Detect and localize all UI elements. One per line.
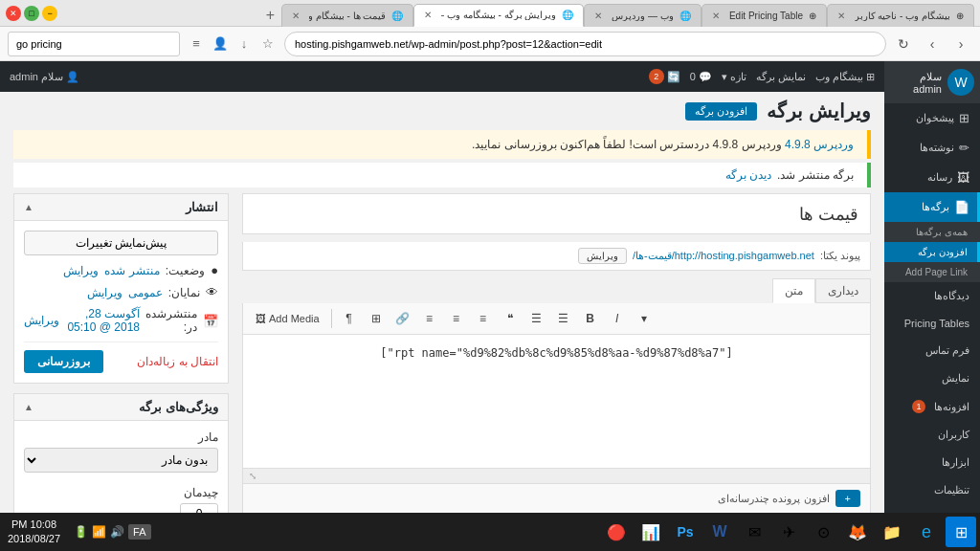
italic-icon: I (615, 312, 618, 325)
tab-1[interactable]: ⊕ بیشگام وب - ناحیه کاربری ✕ (827, 4, 974, 27)
tab-2-close[interactable]: ✕ (712, 11, 720, 21)
parent-select[interactable]: بدون مادر (24, 448, 218, 473)
table-btn[interactable]: ⊞ (364, 307, 389, 330)
menu-icon[interactable]: ≡ (186, 33, 207, 55)
align-right-btn[interactable]: ≡ (471, 307, 496, 330)
taskbar-ie[interactable]: e (911, 517, 942, 547)
mail-icon: ✉ (748, 523, 761, 541)
italic-btn[interactable]: I (605, 307, 630, 330)
sidebar-item-media[interactable]: 🖼 رسانه (884, 163, 980, 192)
sidebar-item-users[interactable]: کاربران (884, 421, 980, 449)
taskbar-app2[interactable]: 🔴 (601, 517, 632, 547)
add-media-btn[interactable]: 🖼 Add Media (249, 307, 326, 330)
tab-5[interactable]: 🌐 قیمت ها - بیشگام وب ✕ (281, 4, 413, 27)
minimize-btn[interactable]: − (42, 6, 57, 21)
tab-4-close[interactable]: ✕ (424, 10, 432, 20)
tab-3-close[interactable]: ✕ (594, 11, 602, 21)
view-page-link[interactable]: دیدن برگه (725, 168, 771, 182)
visibility-value[interactable]: عمومی (128, 286, 163, 299)
sidebar-item-appearance[interactable]: نمایش (884, 364, 980, 392)
editor-resize-handle[interactable]: ⤡ (242, 469, 871, 484)
download-icon[interactable]: ↓ (234, 33, 255, 55)
topbar-wp-logo[interactable]: ⊞ بیشگام وب (815, 71, 875, 83)
more-btn[interactable]: ▾ (632, 307, 657, 330)
add-new-button[interactable]: افزودن برگه (685, 102, 757, 121)
permalink-edit-btn[interactable]: ویرایش (578, 248, 627, 264)
sidebar-item-dashboard[interactable]: ⊞ پیشخوان (884, 103, 980, 133)
ol-icon: ☰ (558, 312, 568, 325)
status-edit-btn[interactable]: ویرایش (63, 264, 99, 277)
close-btn[interactable]: ✕ (6, 6, 21, 21)
blockquote-btn[interactable]: ❝ (498, 307, 523, 330)
user-icon[interactable]: 👤 (210, 33, 231, 55)
tab-visual[interactable]: دیداری (815, 278, 871, 303)
tab-text[interactable]: متن (772, 278, 815, 303)
sidebar-item-pages[interactable]: 📄 برگه‌ها (884, 192, 980, 222)
bold-btn[interactable]: B (578, 307, 603, 330)
notice-link[interactable]: وردپرس 4.9.8 (785, 138, 854, 151)
align-center-btn[interactable]: ≡ (444, 307, 469, 330)
bookmark-icon[interactable]: ☆ (257, 33, 278, 55)
topbar-comments[interactable]: 💬 0 (690, 71, 712, 83)
date-value[interactable]: آگوست 28, 2018 @ 05:10 (65, 307, 140, 334)
sidebar-item-bws[interactable]: BWS Plugins (884, 504, 980, 513)
start-btn[interactable]: ⊞ (946, 517, 976, 547)
tab-4[interactable]: 🌐 ویرایش برگه - بیشگامه وب — وردپرس ✕ (413, 4, 584, 27)
sidebar-item-tools[interactable]: ابزارها (884, 449, 980, 476)
permalink-url[interactable]: http://hosting.pishgamweb.net/قیمت-ها/ (633, 250, 814, 262)
refresh-btn[interactable]: ↻ (892, 33, 915, 55)
sidebar-item-all-pages[interactable]: همه‌ی برگه‌ها (884, 222, 980, 242)
taskbar-telegram[interactable]: ✈ (773, 517, 804, 547)
taskbar-chrome[interactable]: ⊙ (808, 517, 838, 547)
taskbar-firefox[interactable]: 🦊 (842, 517, 873, 547)
topbar-updates[interactable]: 🔄 2 (649, 69, 680, 84)
forward-btn[interactable]: › (921, 33, 944, 55)
sidebar-item-comments[interactable]: دیدگاه‌ها (884, 282, 980, 310)
link-btn[interactable]: 🔗 (390, 307, 415, 330)
align-left-btn[interactable]: ≡ (417, 307, 442, 330)
maximize-btn[interactable]: □ (24, 6, 39, 21)
editor-content[interactable]: ["rpt name="%d9%82%db%8c%d9%85%d8%aa-%d9… (242, 335, 871, 469)
taskbar-word[interactable]: W (704, 517, 735, 547)
sidebar-item-add-link[interactable]: Add Page Link (884, 262, 980, 282)
page-attributes-header[interactable]: ویژگی‌های برگه ▲ (14, 394, 228, 421)
tab-1-close[interactable]: ✕ (837, 11, 845, 21)
resize-icon[interactable]: ⤡ (249, 471, 256, 481)
sidebar-item-posts[interactable]: ✏ نوشته‌ها (884, 133, 980, 163)
tab-2[interactable]: ⊕ Edit Pricing Table ✕ (702, 4, 827, 27)
status-edit-link[interactable]: منتشر شده (104, 264, 159, 277)
ul-btn[interactable]: ☰ (524, 307, 549, 330)
sidebar-item-pricing[interactable]: Pricing Tables (884, 310, 980, 337)
sidebar-item-add-page[interactable]: افزودن برگه (884, 242, 980, 262)
url-input[interactable] (284, 32, 886, 56)
sidebar-item-settings[interactable]: تنظیمات (884, 476, 980, 504)
update-btn[interactable]: بروزرسانی (24, 350, 103, 373)
addon-button[interactable]: + (835, 490, 860, 507)
telegram-icon: ✈ (783, 523, 795, 541)
app1-icon: 📊 (641, 523, 660, 541)
new-tab-btn[interactable]: + (258, 4, 281, 27)
lang-btn[interactable]: FA (128, 524, 150, 540)
topbar-new[interactable]: تازه ▾ (722, 71, 746, 83)
topbar-admin[interactable]: 👤 سلام admin (10, 71, 79, 83)
sidebar-item-contact[interactable]: فرم تماس (884, 337, 980, 364)
taskbar-photoshop[interactable]: Ps (670, 517, 701, 547)
publish-box-header[interactable]: انتشار ▲ (14, 194, 228, 221)
order-input[interactable] (180, 503, 218, 513)
back-btn[interactable]: ‹ (949, 33, 972, 55)
taskbar-mail[interactable]: ✉ (739, 517, 769, 547)
taskbar-folder[interactable]: 📁 (877, 517, 907, 547)
preview-btn[interactable]: پیش‌نمایش تغییرات (24, 231, 218, 255)
tab-3[interactable]: 🌐 وب — وردپرس ✕ (584, 4, 702, 27)
sidebar-item-plugins[interactable]: افزونه‌ها 1 (884, 392, 980, 421)
ol-btn[interactable]: ☰ (551, 307, 576, 330)
taskbar-app1[interactable]: 📊 (635, 517, 666, 547)
post-title-input[interactable] (243, 194, 870, 233)
date-edit-link[interactable]: ویرایش (24, 314, 59, 327)
trash-link[interactable]: انتقال به زباله‌دان (137, 355, 218, 368)
browser-search-input[interactable] (8, 32, 180, 56)
paragraph-btn[interactable]: ¶ (337, 307, 362, 330)
topbar-view-page[interactable]: نمایش برگه (756, 71, 806, 83)
tab-5-close[interactable]: ✕ (292, 11, 300, 21)
visibility-edit-link[interactable]: ویرایش (87, 286, 122, 299)
